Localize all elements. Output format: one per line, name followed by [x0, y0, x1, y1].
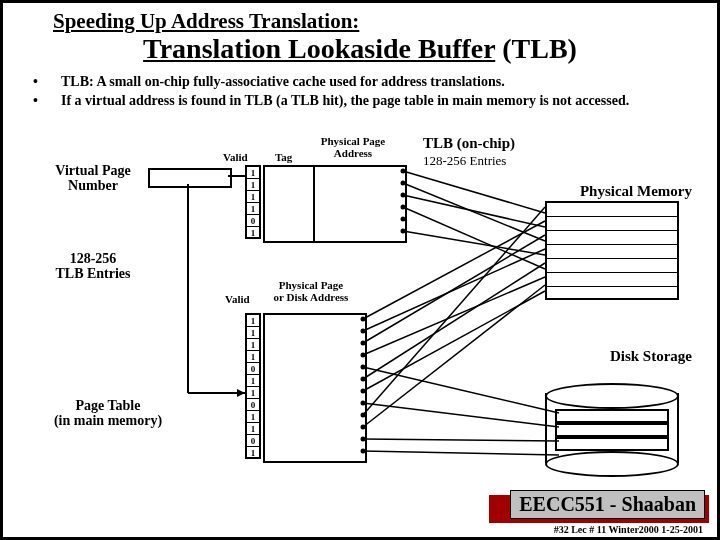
page-table-label: Page Table (in main memory) — [43, 398, 173, 429]
svg-marker-2 — [237, 389, 245, 397]
tlb-entries-label: 128-256 TLB Entries — [43, 251, 143, 282]
tlb-onchip-sub: 128-256 Entries — [423, 153, 506, 169]
disk-label: Disk Storage — [610, 348, 692, 365]
svg-line-7 — [403, 207, 545, 269]
title-line2: Translation Lookaside Buffer (TLB) — [3, 33, 717, 65]
valid-bit: 0 — [247, 435, 259, 447]
svg-line-18 — [363, 403, 559, 427]
physical-memory — [545, 201, 679, 300]
valid-bit: 0 — [247, 215, 259, 227]
title-suffix: (TLB) — [495, 33, 577, 64]
svg-line-10 — [363, 249, 545, 331]
valid-bit: 0 — [247, 399, 259, 411]
svg-line-8 — [403, 231, 545, 255]
valid-bit: 1 — [247, 167, 259, 179]
valid-bit: 1 — [247, 227, 259, 239]
pt-data-column — [263, 313, 367, 463]
svg-line-5 — [403, 183, 545, 241]
pt-valid-column: 111101101101 — [245, 313, 261, 459]
ppda-header: Physical Page or Disk Address — [261, 279, 361, 303]
tlb-tag-column — [263, 165, 315, 243]
svg-line-13 — [363, 263, 545, 379]
valid-bit: 1 — [247, 315, 259, 327]
vpn-label: Virtual Page Number — [43, 163, 143, 194]
tlb-onchip-title: TLB (on-chip) — [423, 135, 515, 152]
vpn-register — [148, 168, 232, 188]
valid-bit: 0 — [247, 363, 259, 375]
svg-line-6 — [403, 195, 545, 227]
title-underlined: Translation Lookaside Buffer — [143, 33, 495, 64]
slide-frame: Speeding Up Address Translation: Transla… — [0, 0, 720, 540]
ppa-header: Physical Page Address — [313, 135, 393, 159]
bullet-1: • TLB: A small on-chip fully-associative… — [33, 73, 702, 92]
valid-bit: 1 — [247, 351, 259, 363]
valid-bit: 1 — [247, 447, 259, 459]
svg-line-16 — [363, 285, 545, 427]
valid-bit: 1 — [247, 203, 259, 215]
svg-line-11 — [363, 235, 545, 343]
bullet-marker: • — [33, 92, 61, 111]
valid-bit: 1 — [247, 327, 259, 339]
svg-line-20 — [363, 451, 559, 455]
valid-bit: 1 — [247, 423, 259, 435]
bullet-1-text: TLB: A small on-chip fully-associative c… — [61, 73, 505, 92]
tlb-valid-column: 111101 — [245, 165, 261, 239]
valid-header-2: Valid — [225, 293, 250, 305]
valid-bit: 1 — [247, 179, 259, 191]
svg-line-17 — [363, 367, 559, 413]
svg-line-19 — [363, 439, 559, 441]
valid-bit: 1 — [247, 387, 259, 399]
bullet-2-text: If a virtual address is found in TLB (a … — [61, 92, 629, 111]
footer-sub: #32 Lec # 11 Winter2000 1-25-2001 — [554, 524, 703, 535]
footer-main: EECC551 - Shaaban — [510, 490, 705, 519]
svg-line-12 — [363, 277, 545, 355]
title-line1: Speeding Up Address Translation: — [53, 9, 359, 34]
bullet-list: • TLB: A small on-chip fully-associative… — [33, 73, 702, 111]
bullet-2: • If a virtual address is found in TLB (… — [33, 92, 702, 111]
valid-header-1: Valid — [223, 151, 248, 163]
tag-header: Tag — [275, 151, 292, 163]
svg-line-14 — [363, 291, 545, 391]
valid-bit: 1 — [247, 411, 259, 423]
phys-mem-label: Physical Memory — [580, 183, 692, 200]
valid-bit: 1 — [247, 339, 259, 351]
disk-storage — [545, 383, 675, 473]
tlb-ppa-column — [313, 165, 407, 243]
valid-bit: 1 — [247, 191, 259, 203]
bullet-marker: • — [33, 73, 61, 92]
svg-line-4 — [403, 171, 545, 213]
valid-bit: 1 — [247, 375, 259, 387]
